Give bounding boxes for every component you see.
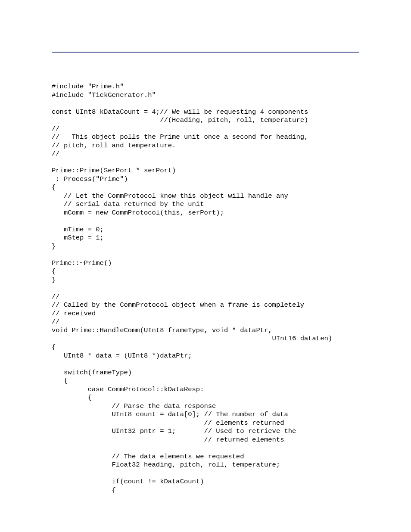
header-rule <box>52 52 359 53</box>
code-block: #include "Prime.h" #include "TickGenerat… <box>52 83 359 495</box>
